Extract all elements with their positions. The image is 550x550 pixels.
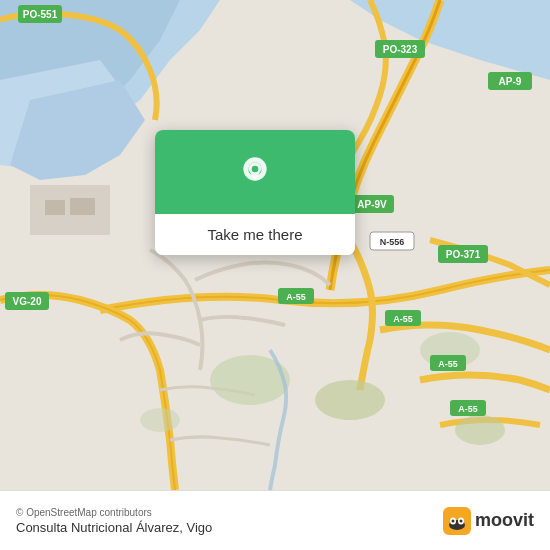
svg-rect-3 xyxy=(70,198,95,215)
location-popup: Take me there xyxy=(155,130,355,255)
svg-rect-2 xyxy=(45,200,65,215)
location-info: © OpenStreetMap contributors Consulta Nu… xyxy=(16,507,212,535)
map-view[interactable]: PO-551 PO-323 AP-9 AP-9V N-556 PO-371 VG… xyxy=(0,0,550,490)
moovit-brand-name: moovit xyxy=(475,510,534,531)
svg-text:A-55: A-55 xyxy=(393,314,413,324)
popup-header xyxy=(155,130,355,214)
take-me-there-button[interactable]: Take me there xyxy=(155,214,355,255)
svg-text:N-556: N-556 xyxy=(380,237,405,247)
moovit-icon xyxy=(443,507,471,535)
svg-point-7 xyxy=(455,415,505,445)
moovit-logo: moovit xyxy=(443,507,534,535)
location-pin-icon xyxy=(235,154,275,194)
svg-point-38 xyxy=(451,519,454,522)
svg-text:PO-371: PO-371 xyxy=(446,249,481,260)
svg-text:A-55: A-55 xyxy=(458,404,478,414)
bottom-info-bar: © OpenStreetMap contributors Consulta Nu… xyxy=(0,490,550,550)
svg-text:VG-20: VG-20 xyxy=(13,296,42,307)
svg-point-39 xyxy=(459,519,462,522)
svg-point-8 xyxy=(140,408,180,432)
svg-text:AP-9V: AP-9V xyxy=(357,199,387,210)
svg-text:A-55: A-55 xyxy=(438,359,458,369)
location-name: Consulta Nutricional Álvarez, Vigo xyxy=(16,520,212,535)
svg-text:PO-551: PO-551 xyxy=(23,9,58,20)
copyright-text: © OpenStreetMap contributors xyxy=(16,507,212,518)
svg-text:A-55: A-55 xyxy=(286,292,306,302)
svg-point-5 xyxy=(315,380,385,420)
svg-text:AP-9: AP-9 xyxy=(499,76,522,87)
svg-text:PO-323: PO-323 xyxy=(383,44,418,55)
svg-point-33 xyxy=(252,166,259,173)
